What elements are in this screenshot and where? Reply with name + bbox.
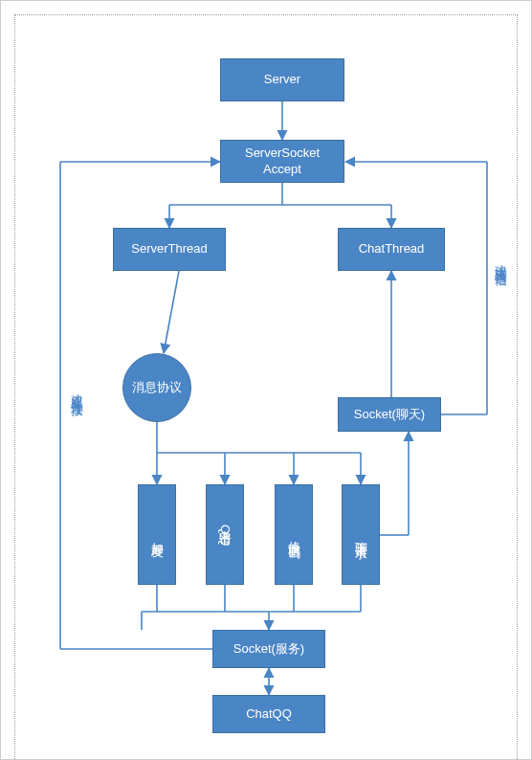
- node-chat-request: 聊天请求: [342, 484, 380, 585]
- node-chatthread: ChatThread: [338, 228, 445, 271]
- node-apply-qq: 申请QQ: [206, 484, 244, 585]
- node-change-password: 修改密码: [275, 484, 313, 585]
- edge-label-chat-connect: 建立聊天通信: [492, 255, 509, 266]
- diagram-page: Server ServerSocket Accept ServerThread …: [0, 0, 532, 760]
- node-socket-chat: Socket(聊天): [338, 397, 441, 432]
- node-socket-service: Socket(服务): [212, 630, 325, 668]
- node-message-protocol: 消息协议: [122, 353, 191, 422]
- node-serversocket-accept: ServerSocket Accept: [220, 140, 344, 183]
- edge-label-service-connect: 建立服务连接: [68, 384, 85, 395]
- node-add-friend: 加好友: [138, 484, 176, 585]
- node-server: Server: [220, 58, 344, 101]
- node-chatqq: ChatQQ: [212, 695, 325, 733]
- node-serverthread: ServerThread: [113, 228, 226, 271]
